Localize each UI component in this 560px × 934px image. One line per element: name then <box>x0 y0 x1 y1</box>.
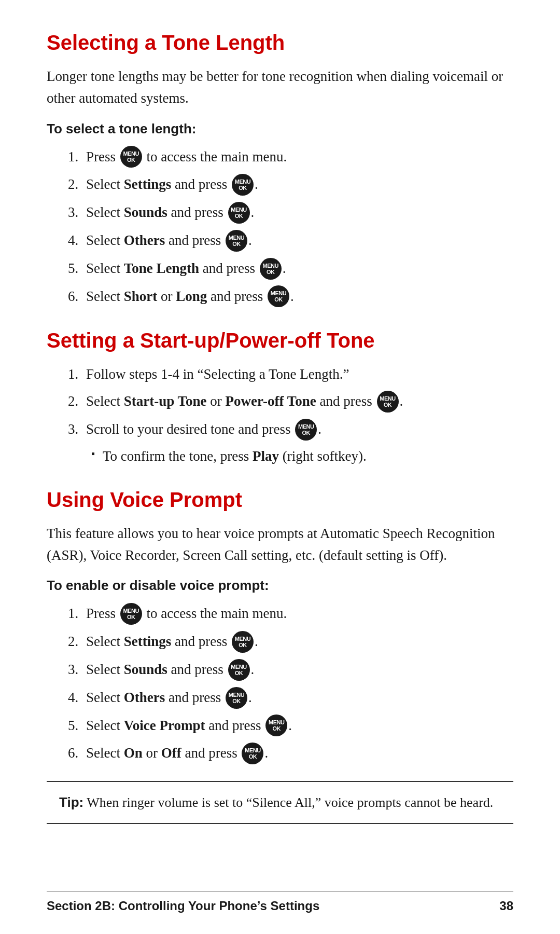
page-footer: Section 2B: Controlling Your Phone’s Set… <box>47 891 513 913</box>
footer-page-number: 38 <box>499 899 513 913</box>
list-item: Select Start-up Tone or Power-off Tone a… <box>82 391 513 414</box>
list-item: Select Tone Length and press MENUOK. <box>82 258 513 281</box>
list-item: Select Sounds and press MENUOK. <box>82 659 513 682</box>
list-item: Press MENUOK to access the main menu. <box>82 603 513 626</box>
section-3-sublabel: To enable or disable voice prompt: <box>47 578 513 594</box>
menu-ok-icon-14: MENUOK <box>242 743 263 764</box>
section-title-1: Selecting a Tone Length <box>47 31 513 54</box>
section-title-2: Setting a Start-up/Power-off Tone <box>47 329 513 352</box>
tip-box: Tip: When ringer volume is set to “Silen… <box>47 781 513 824</box>
footer-section-label: Section 2B: Controlling Your Phone’s Set… <box>47 899 319 913</box>
menu-ok-icon-8: MENUOK <box>295 419 317 441</box>
page-content: Selecting a Tone Length Longer tone leng… <box>0 0 560 886</box>
tip-text: When ringer volume is set to “Silence Al… <box>83 795 493 810</box>
list-item: Select On or Off and press MENUOK. <box>82 743 513 765</box>
section-3-steps: Press MENUOK to access the main menu. Se… <box>82 603 513 765</box>
section-title-3: Using Voice Prompt <box>47 488 513 512</box>
list-item: Select Short or Long and press MENUOK. <box>82 286 513 309</box>
tip-label: Tip: <box>59 794 83 810</box>
list-item: Follow steps 1-4 in “Selecting a Tone Le… <box>82 364 513 386</box>
section-1-sublabel: To select a tone length: <box>47 121 513 137</box>
list-item: Select Settings and press MENUOK. <box>82 631 513 654</box>
list-item: Press MENUOK to access the main menu. <box>82 146 513 169</box>
menu-ok-icon-10: MENUOK <box>232 631 254 653</box>
section-3-intro: This feature allows you to hear voice pr… <box>47 523 513 567</box>
section-1-steps: Press MENUOK to access the main menu. Se… <box>82 146 513 309</box>
list-item: Select Others and press MENUOK. <box>82 230 513 253</box>
section-2-steps: Follow steps 1-4 in “Selecting a Tone Le… <box>82 364 513 467</box>
menu-ok-icon-9: MENUOK <box>120 603 142 625</box>
list-item: Select Others and press MENUOK. <box>82 687 513 710</box>
list-item: Select Settings and press MENUOK. <box>82 174 513 197</box>
menu-ok-icon-4: MENUOK <box>226 230 247 252</box>
menu-ok-icon-3: MENUOK <box>228 202 250 224</box>
list-item: Select Sounds and press MENUOK. <box>82 202 513 225</box>
section-1-intro: Longer tone lengths may be better for to… <box>47 66 513 109</box>
list-item: Select Voice Prompt and press MENUOK. <box>82 715 513 738</box>
menu-ok-icon-7: MENUOK <box>377 391 399 413</box>
menu-ok-icon-12: MENUOK <box>226 687 247 709</box>
menu-ok-icon-5: MENUOK <box>260 258 282 280</box>
list-item: Scroll to your desired tone and press ME… <box>82 419 513 468</box>
list-item: To confirm the tone, press Play (right s… <box>91 446 513 468</box>
menu-ok-icon-6: MENUOK <box>268 285 289 307</box>
sub-bullet-list: To confirm the tone, press Play (right s… <box>91 446 513 468</box>
menu-ok-icon-13: MENUOK <box>265 715 287 736</box>
menu-ok-icon-2: MENUOK <box>232 174 254 196</box>
menu-ok-icon-11: MENUOK <box>228 659 250 681</box>
menu-ok-icon-1: MENUOK <box>120 146 142 168</box>
